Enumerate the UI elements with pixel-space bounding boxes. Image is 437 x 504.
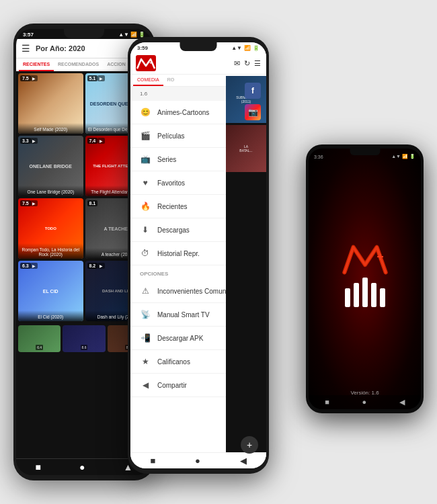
p2-bg-content: SUBMARINE(2011) LABATAL... bbox=[226, 76, 266, 455]
p3-status-icons: ▲▼ 📶 🔋 bbox=[391, 154, 415, 159]
p3-nav-home-button[interactable]: ● bbox=[362, 398, 367, 407]
p3-signal-icon: ▲▼ bbox=[391, 154, 401, 159]
p1-status-icons: ▲▼ 📶 🔋 bbox=[118, 32, 145, 38]
p2-refresh-icon[interactable]: ↻ bbox=[244, 59, 250, 68]
smarttv-icon: 📡 bbox=[140, 309, 151, 320]
historial-label: Historial Repr. bbox=[157, 250, 200, 257]
rating-flight: 7.4 bbox=[87, 138, 98, 144]
calificanos-label: Calificanos bbox=[157, 358, 190, 366]
grid-item-onelane[interactable]: 3.3 ▶ ONELANE BRIDGE One Lane Bridge (20… bbox=[18, 136, 83, 196]
grid-item-cid[interactable]: 6.3 ▶ EL CID El Cid (2020) bbox=[18, 261, 83, 321]
rating-extra1: 6.4 bbox=[36, 345, 43, 350]
smarttv-label: Manual Smart TV bbox=[157, 311, 210, 319]
rating-extra2: 8.6 bbox=[81, 345, 88, 350]
p2-menu-icon[interactable]: ☰ bbox=[254, 59, 261, 68]
p2-tab-comedia[interactable]: COMEDIA bbox=[133, 75, 163, 86]
rating-teacher: 8.1 bbox=[87, 200, 98, 206]
recientes-icon: 🔥 bbox=[140, 201, 151, 212]
title-rompan: Rompan Todo, La Historia del Rock (2020) bbox=[18, 243, 83, 259]
p3-bar-4 bbox=[371, 283, 376, 307]
p2-wifi-icon: 📶 bbox=[244, 45, 251, 51]
animes-label: Animes-Cartoons bbox=[157, 109, 209, 116]
p1-tab-recomendados[interactable]: RECOMENDADOS bbox=[54, 58, 103, 71]
p2-header-icons: ✉ ↻ ☰ bbox=[234, 59, 261, 68]
favoritos-icon: ♥ bbox=[140, 177, 151, 188]
p3-bar-2 bbox=[354, 283, 359, 307]
p2-signal-icon: ▲▼ bbox=[231, 45, 242, 51]
phone3: 3:36 ▲▼ 📶 🔋 + + bbox=[306, 144, 424, 413]
p1-signal-icon: ▲▼ bbox=[118, 32, 129, 38]
p3-wifi-icon: 📶 bbox=[402, 154, 408, 159]
grid-item-rompan[interactable]: 7.5 ▶ TODO Rompan Todo, La Historia del … bbox=[18, 198, 83, 259]
p3-nav-recents-icon[interactable]: ■ bbox=[325, 398, 329, 407]
series-icon: 📺 bbox=[140, 154, 151, 165]
peliculas-icon: 🎬 bbox=[140, 130, 151, 141]
p1-hamburger-button[interactable]: ☰ bbox=[22, 43, 30, 54]
recientes-label: Recientes bbox=[157, 203, 187, 210]
compartir-icon: ◀ bbox=[140, 380, 151, 390]
p1-time: 3:57 bbox=[23, 32, 34, 38]
apk-icon: 📲 bbox=[140, 333, 151, 343]
grid-item-extra2[interactable]: 8.6 bbox=[63, 325, 105, 352]
svg-text:+: + bbox=[376, 250, 383, 263]
p2-send-icon[interactable]: ✉ bbox=[234, 59, 240, 68]
p1-wifi-icon: 📶 bbox=[130, 32, 137, 38]
rating-self-made: 7.5 bbox=[20, 75, 31, 81]
rating-dash: 8.2 bbox=[87, 263, 98, 269]
phone1-notch bbox=[64, 29, 104, 38]
favoritos-label: Favoritos bbox=[157, 179, 185, 187]
title-self-made: Self Made (2020) bbox=[18, 123, 83, 134]
p2-social-buttons: f 📷 bbox=[245, 83, 261, 120]
descargas-icon: ⬇ bbox=[140, 224, 151, 235]
p2-fab-button[interactable]: + bbox=[241, 436, 258, 454]
p2-bg-thumb-2: LABATAL... bbox=[226, 125, 266, 172]
play-icon-flight: ▶ bbox=[97, 138, 105, 144]
grid-item-self-made[interactable]: 7.5 ▶ Self Made (2020) bbox=[18, 73, 83, 134]
p2-nav-recents-icon[interactable]: ■ bbox=[150, 456, 155, 466]
p1-nav-home-button[interactable]: ● bbox=[79, 462, 85, 472]
phone3-notch bbox=[350, 149, 380, 155]
p2-status-icons: ▲▼ 📶 🔋 bbox=[231, 45, 260, 51]
p3-bottom-nav: ■ ● ◀ bbox=[309, 395, 421, 409]
descargas-label: Descargas bbox=[157, 226, 190, 234]
p1-tab-accion[interactable]: ACCION bbox=[103, 58, 130, 71]
title-cid: El Cid (2020) bbox=[18, 310, 83, 321]
phone2: SUBMARINE(2011) LABATAL... f 📷 3:59 ▲▼ 📶… bbox=[128, 37, 269, 474]
apk-label: Descargar APK bbox=[157, 335, 203, 342]
p3-bar-1 bbox=[345, 288, 350, 307]
title-onelane: One Lane Bridge (2020) bbox=[18, 185, 83, 196]
p1-page-title: Por Año: 2020 bbox=[36, 44, 136, 52]
p1-nav-home-icon[interactable]: ■ bbox=[36, 462, 41, 472]
play-icon-dash: ▶ bbox=[97, 263, 105, 269]
p3-bar-3 bbox=[362, 278, 368, 307]
p1-tab-recientes[interactable]: RECIENTES bbox=[19, 58, 54, 71]
p2-nav-home-button[interactable]: ● bbox=[195, 456, 200, 466]
calificanos-icon: ★ bbox=[140, 356, 151, 367]
play-icon-cid: ▶ bbox=[30, 263, 38, 269]
phone2-screen: SUBMARINE(2011) LABATAL... f 📷 3:59 ▲▼ 📶… bbox=[130, 42, 266, 468]
rating-onelane: 3.3 bbox=[20, 138, 31, 144]
p3-loading-bars bbox=[345, 278, 385, 307]
series-label: Series bbox=[157, 156, 176, 163]
rating-rompan: 7.5 bbox=[20, 200, 31, 206]
p2-instagram-button[interactable]: 📷 bbox=[245, 104, 261, 120]
rating-cid: 6.3 bbox=[20, 263, 31, 269]
p2-battery-icon: 🔋 bbox=[253, 45, 260, 51]
p3-battery-icon: 🔋 bbox=[409, 154, 415, 159]
p3-splash-bg: 3:36 ▲▼ 📶 🔋 + + bbox=[309, 149, 421, 409]
p2-nav-back-icon[interactable]: ◀ bbox=[240, 456, 247, 466]
inconvenientes-label: Inconvenientes Comunes bbox=[157, 288, 233, 295]
play-icon-rompan: ▶ bbox=[30, 200, 38, 206]
peliculas-label: Películas bbox=[157, 132, 185, 140]
p3-logo-svg: + + bbox=[342, 237, 389, 278]
p3-nav-back-icon[interactable]: ◀ bbox=[399, 398, 405, 407]
p2-bottom-nav: ■ ● ◀ bbox=[130, 452, 266, 468]
grid-item-extra1[interactable]: 6.4 bbox=[18, 325, 61, 352]
p2-tab-ro[interactable]: RO bbox=[163, 75, 179, 86]
p3-bar-5 bbox=[380, 288, 385, 307]
historial-icon: ⏱ bbox=[140, 248, 151, 259]
inconvenientes-icon: ⚠ bbox=[140, 286, 151, 296]
compartir-label: Compartir bbox=[157, 382, 187, 389]
p2-facebook-button[interactable]: f bbox=[245, 83, 261, 99]
p3-time: 3:36 bbox=[314, 155, 323, 159]
